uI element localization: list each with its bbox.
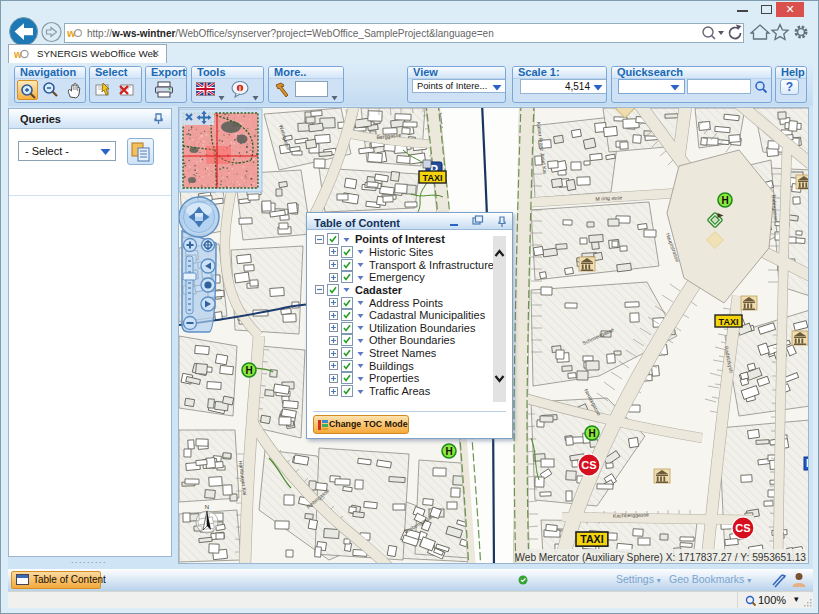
svg-text:i: i [239,85,241,92]
svg-text:TAXI: TAXI [580,533,603,545]
svg-text:Web Mercator (Auxiliary Sphere: Web Mercator (Auxiliary Sphere) X: 17178… [515,552,806,563]
svg-text:CS: CS [581,459,596,471]
svg-text:H: H [445,446,452,457]
svg-text:H: H [245,365,252,376]
svg-text:N: N [205,504,209,510]
svg-text:TAXI: TAXI [719,317,739,327]
svg-text:CS: CS [735,522,750,534]
svg-text:H: H [721,195,728,206]
svg-text:Kachberggasse: Kachberggasse [613,511,649,518]
svg-text:D: D [806,458,809,469]
svg-text:TAXI: TAXI [423,173,443,183]
svg-text:H: H [588,428,595,439]
